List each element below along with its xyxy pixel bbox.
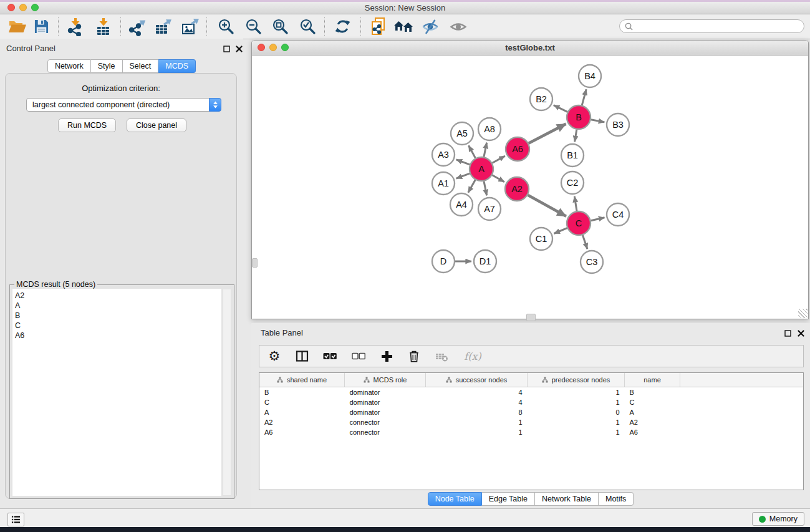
tab-network-table[interactable]: Network Table bbox=[535, 492, 599, 506]
table-cell[interactable]: A6 bbox=[259, 427, 345, 437]
table-row[interactable]: Adominator80A bbox=[259, 407, 803, 417]
edge-A2-C[interactable] bbox=[528, 195, 566, 216]
column-header-name[interactable]: name bbox=[625, 373, 680, 387]
float-table-panel-icon[interactable] bbox=[783, 329, 792, 337]
tab-style[interactable]: Style bbox=[91, 59, 123, 73]
table-cell[interactable]: 1 bbox=[528, 427, 625, 437]
table-cell[interactable]: connector bbox=[345, 427, 426, 437]
table-row[interactable]: Bdominator41B bbox=[259, 387, 803, 398]
zoom-in-button[interactable] bbox=[215, 16, 237, 37]
search-input[interactable] bbox=[636, 21, 804, 31]
table-cell[interactable]: B bbox=[259, 387, 345, 398]
export-network-button[interactable] bbox=[126, 16, 148, 37]
import-network-button[interactable] bbox=[64, 16, 87, 37]
edge-A-A4[interactable] bbox=[468, 180, 475, 192]
criterion-dropdown[interactable]: largest connected component (directed) bbox=[26, 98, 221, 112]
edge-A-A1[interactable] bbox=[456, 173, 470, 178]
network-close-traffic-light[interactable] bbox=[258, 44, 265, 51]
function-builder-button[interactable]: f(x) bbox=[461, 348, 484, 364]
select-all-button[interactable] bbox=[322, 348, 338, 364]
zoom-fit-button[interactable] bbox=[269, 16, 291, 37]
vertical-scroll-thumb[interactable] bbox=[252, 258, 258, 268]
delete-table-button[interactable] bbox=[434, 348, 449, 364]
network-minimize-traffic-light[interactable] bbox=[269, 44, 277, 51]
close-table-panel-icon[interactable] bbox=[796, 329, 805, 337]
edge-A-A7[interactable] bbox=[484, 181, 487, 196]
table-cell[interactable]: 4 bbox=[426, 397, 528, 407]
table-cell[interactable]: 1 bbox=[528, 387, 625, 398]
deselect-all-button[interactable] bbox=[350, 348, 367, 364]
edge-C-C1[interactable] bbox=[554, 228, 567, 234]
network-zoom-traffic-light[interactable] bbox=[281, 44, 289, 51]
table-row[interactable]: A6connector11A6 bbox=[259, 427, 803, 437]
table-cell[interactable]: dominator bbox=[345, 397, 426, 407]
zoom-selected-button[interactable] bbox=[296, 16, 319, 37]
table-cell[interactable]: connector bbox=[345, 417, 426, 427]
table-cell[interactable]: 8 bbox=[426, 407, 528, 417]
edge-C-C2[interactable] bbox=[574, 196, 577, 211]
table-cell[interactable]: 1 bbox=[426, 417, 528, 427]
table-row[interactable]: A2connector11A2 bbox=[259, 417, 803, 427]
table-cell[interactable]: 1 bbox=[528, 417, 625, 427]
edge-A-A6[interactable] bbox=[493, 156, 505, 163]
new-network-from-selection-button[interactable] bbox=[367, 16, 390, 37]
tab-mcds[interactable]: MCDS bbox=[158, 59, 196, 73]
export-table-button[interactable] bbox=[152, 16, 175, 37]
edge-A-A2[interactable] bbox=[492, 175, 504, 182]
tab-network[interactable]: Network bbox=[47, 59, 91, 73]
edge-B-B4[interactable] bbox=[582, 89, 586, 105]
table-cell[interactable]: A bbox=[259, 407, 345, 417]
edge-A-A5[interactable] bbox=[469, 145, 476, 158]
tab-edge-table[interactable]: Edge Table bbox=[482, 492, 535, 506]
mcds-result-item[interactable]: B bbox=[15, 311, 221, 321]
network-graph[interactable]: B4B2BB3A8A5A6A3B1AA1C2A2A4A7C4CC1C3DD1 bbox=[252, 56, 808, 319]
tab-select[interactable]: Select bbox=[123, 59, 159, 73]
column-header-successor-nodes[interactable]: successor nodes bbox=[426, 373, 528, 387]
table-row[interactable]: Cdominator41C bbox=[259, 397, 803, 407]
save-session-button[interactable] bbox=[30, 16, 52, 37]
horizontal-scroll-thumb[interactable] bbox=[526, 314, 536, 321]
column-header-predecessor-nodes[interactable]: predecessor nodes bbox=[528, 373, 625, 387]
edge-C-C3[interactable] bbox=[582, 235, 587, 249]
edge-B-B2[interactable] bbox=[554, 105, 567, 112]
network-canvas[interactable]: B4B2BB3A8A5A6A3B1AA1C2A2A4A7C4CC1C3DD1 bbox=[252, 56, 808, 319]
edge-A-A3[interactable] bbox=[456, 160, 470, 165]
close-panel-icon[interactable] bbox=[234, 44, 243, 53]
close-panel-button[interactable]: Close panel bbox=[127, 118, 186, 132]
table-cell[interactable]: dominator bbox=[345, 387, 426, 398]
edge-B-B1[interactable] bbox=[575, 130, 577, 142]
show-graphics-details-button[interactable] bbox=[447, 16, 470, 37]
run-mcds-button[interactable]: Run MCDS bbox=[58, 118, 116, 132]
node-table[interactable]: shared nameMCDS rolesuccessor nodesprede… bbox=[259, 372, 804, 490]
column-header-shared-name[interactable]: shared name bbox=[259, 373, 345, 387]
table-cell[interactable]: A bbox=[625, 407, 680, 417]
zoom-out-button[interactable] bbox=[242, 16, 264, 37]
edge-B-B3[interactable] bbox=[591, 120, 605, 122]
table-cell[interactable]: B bbox=[625, 387, 680, 398]
tab-node-table[interactable]: Node Table bbox=[428, 492, 482, 506]
table-cell[interactable]: A2 bbox=[625, 417, 680, 427]
edge-A-A8[interactable] bbox=[484, 143, 487, 157]
edge-C-C4[interactable] bbox=[591, 218, 605, 221]
float-panel-icon[interactable] bbox=[222, 44, 231, 53]
table-cell[interactable]: 1 bbox=[528, 397, 625, 407]
delete-columns-button[interactable] bbox=[407, 348, 422, 364]
memory-button[interactable]: Memory bbox=[752, 512, 804, 526]
open-file-button[interactable] bbox=[6, 16, 29, 37]
mcds-result-item[interactable]: A2 bbox=[15, 291, 221, 301]
table-cell[interactable]: C bbox=[625, 397, 680, 407]
table-cell[interactable]: 4 bbox=[426, 387, 528, 398]
table-cell[interactable]: C bbox=[259, 397, 345, 407]
apply-layout-button[interactable] bbox=[331, 16, 354, 37]
mcds-result-item[interactable]: A6 bbox=[15, 331, 221, 341]
resize-grip[interactable] bbox=[798, 309, 808, 318]
mcds-result-item[interactable]: A bbox=[15, 301, 221, 311]
tab-motifs[interactable]: Motifs bbox=[599, 492, 634, 506]
mcds-result-item[interactable]: C bbox=[15, 321, 221, 331]
table-cell[interactable]: 1 bbox=[426, 427, 528, 437]
import-table-button[interactable] bbox=[92, 16, 115, 37]
mcds-result-scrollbar[interactable] bbox=[223, 289, 231, 496]
show-hide-columns-button[interactable] bbox=[294, 348, 309, 364]
home-networks-button[interactable] bbox=[392, 16, 415, 37]
column-header-mcds-role[interactable]: MCDS role bbox=[345, 373, 426, 387]
